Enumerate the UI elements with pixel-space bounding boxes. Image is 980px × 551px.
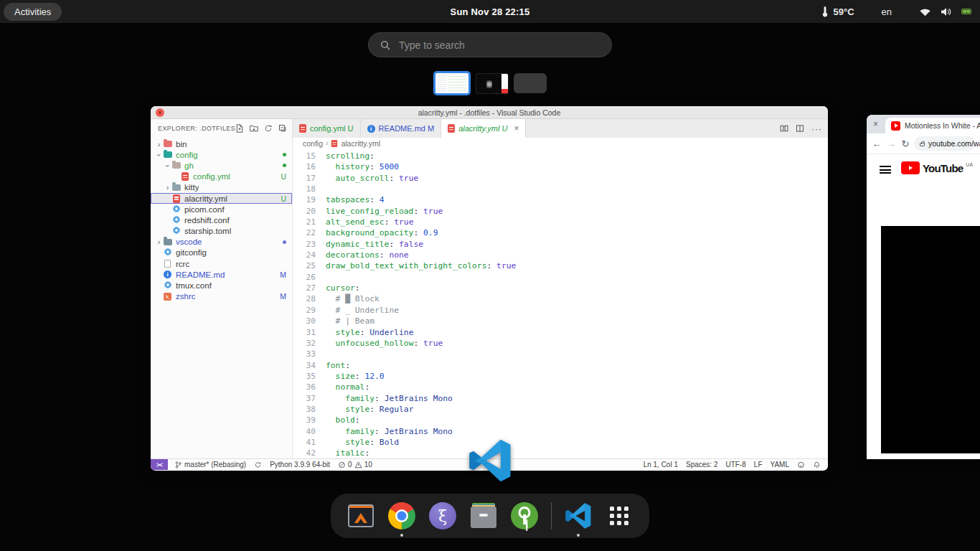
breadcrumb[interactable]: config › alacritty.yml [293, 138, 828, 149]
workspace-thumbnail-1[interactable] [433, 71, 471, 95]
tree-item-zshrc[interactable]: zshrcM [151, 291, 292, 302]
chevron-icon[interactable]: › [164, 161, 172, 169]
back-button[interactable]: ← [871, 138, 882, 149]
tree-item-config[interactable]: ›config [151, 149, 292, 160]
status-text: Python 3.9.9 64-bit [270, 461, 330, 468]
dock-item-appgrid[interactable] [605, 501, 633, 530]
tree-item-tmux.conf[interactable]: tmux.conf [151, 280, 292, 291]
status-item[interactable]: LF [754, 461, 763, 468]
status-item[interactable] [254, 461, 262, 468]
explorer-header: EXPLORER: .DOTFILES [158, 125, 235, 132]
workspace-thumbnail-new[interactable] [514, 73, 547, 93]
status-item[interactable]: YAML [771, 461, 790, 468]
vscode-window[interactable]: × alacritty.yml - .dotfiles - Visual Stu… [151, 106, 828, 471]
status-item[interactable]: 010 [338, 461, 372, 468]
status-text: master* (Rebasing) [184, 461, 246, 468]
collapse-icon[interactable] [278, 124, 288, 133]
tree-item-rcrc[interactable]: rcrc [151, 258, 292, 269]
tab-README.md[interactable]: README.md M [361, 119, 442, 138]
status-item[interactable]: UTF-8 [725, 461, 745, 468]
refresh-icon[interactable] [264, 124, 273, 133]
tree-item-kitty[interactable]: ›kitty [151, 182, 292, 193]
dock-item-alacritty[interactable] [347, 501, 375, 530]
search-bar[interactable]: Type to search [368, 32, 612, 57]
reload-button[interactable]: ↻ [900, 138, 911, 149]
code-editor[interactable]: 15scrolling:16 history: 500017 auto_scro… [293, 149, 828, 458]
tree-item-picom.conf[interactable]: picom.conf [151, 204, 292, 215]
chevron-icon[interactable]: › [155, 140, 163, 149]
tree-item-alacritty.yml[interactable]: alacritty.ymlU [151, 193, 292, 204]
video-player[interactable] [881, 226, 980, 453]
status-item[interactable] [797, 461, 805, 468]
tree-item-label: alacritty.yml [184, 194, 227, 203]
code-text: history: 5000 [326, 161, 399, 172]
breadcrumb-folder[interactable]: config [303, 139, 323, 148]
tree-item-bin[interactable]: ›bin [151, 138, 292, 149]
chrome-icon [388, 502, 415, 529]
hamburger-menu-icon[interactable] [880, 166, 891, 174]
status-item[interactable]: Spaces: 2 [686, 461, 717, 468]
code-text: bold: [326, 415, 360, 425]
tree-item-vscode[interactable]: ›vscode [151, 237, 292, 248]
code-text: tabspaces: 4 [326, 194, 385, 205]
system-tray[interactable]: 59°C en [821, 6, 971, 17]
youtube-logo[interactable]: YouTube UA [901, 161, 973, 174]
tree-item-icon-wrap [163, 141, 172, 147]
folder-icon [164, 239, 172, 245]
code-text: normal: [326, 382, 369, 392]
chevron-icon[interactable]: › [155, 237, 163, 246]
code-text: decorations: none [326, 250, 409, 260]
remote-indicator[interactable]: >< [151, 459, 168, 470]
dock-item-files[interactable] [469, 501, 498, 530]
code-text: cursor: [326, 283, 360, 293]
line-number: 37 [293, 393, 326, 404]
status-item[interactable] [813, 461, 821, 468]
url-text: youtube.com/wa [928, 139, 980, 148]
dock-item-vscode[interactable] [564, 501, 593, 530]
tree-item-README.md[interactable]: README.mdM [151, 269, 292, 280]
tree-item-gh[interactable]: ›gh [151, 160, 292, 171]
address-bar[interactable]: youtube.com/wa [914, 136, 976, 151]
tree-item-label: rcrc [176, 260, 189, 268]
tree-item-icon-wrap [171, 215, 181, 225]
more-icon[interactable]: ··· [811, 124, 821, 133]
tree-item-icon-wrap [163, 239, 172, 245]
tab-close-icon[interactable]: × [514, 123, 519, 133]
status-item[interactable]: Ln 1, Col 1 [644, 461, 678, 468]
status-item[interactable]: master* (Rebasing) [174, 461, 246, 468]
code-line: 25draw_bold_text_with_bright_colors: tru… [293, 260, 828, 271]
newfolder-icon[interactable] [250, 124, 259, 133]
tab-config.yml[interactable]: config.yml U [293, 119, 361, 138]
code-line: 40 family: JetBrains Mono [293, 426, 828, 437]
openchanges-icon[interactable] [780, 124, 789, 133]
code-line: 18 [293, 184, 828, 194]
workspace-thumbnail-2[interactable] [476, 73, 509, 94]
keyboard-layout[interactable]: en [882, 6, 892, 17]
tree-item-config.yml[interactable]: config.ymlU [151, 171, 292, 182]
chevron-icon[interactable]: › [164, 183, 171, 192]
activities-button[interactable]: Activities [4, 3, 62, 21]
status-item[interactable]: Python 3.9.9 64-bit [270, 461, 330, 468]
chrome-tab[interactable]: Motionless In White - A [885, 118, 980, 133]
split-icon[interactable] [796, 124, 805, 133]
chrome-window[interactable]: × Motionless In White - A ← → ↻ youtube.… [867, 115, 980, 459]
tab-alacritty.yml[interactable]: alacritty.yml U× [441, 119, 526, 138]
forward-button[interactable]: → [885, 138, 897, 149]
tree-item-redshift.conf[interactable]: redshift.conf [151, 215, 292, 225]
clock[interactable]: Sun Nov 28 22:15 [451, 6, 530, 17]
chevron-icon[interactable]: › [155, 151, 164, 159]
tree-item-starship.toml[interactable]: starship.toml [151, 226, 292, 237]
dock-item-passwords[interactable] [510, 501, 539, 530]
dock-item-chrome[interactable] [387, 501, 416, 530]
vscode-app-icon[interactable] [468, 438, 512, 483]
tree-item-gitconfig[interactable]: gitconfig [151, 248, 292, 258]
tab-close-icon[interactable]: × [873, 119, 878, 129]
editor-actions: ··· [780, 119, 828, 138]
vscode-app-icon[interactable] [565, 502, 592, 529]
bell-icon [813, 461, 821, 468]
code-line: 23dynamic_title: false [293, 239, 828, 250]
newfile-icon[interactable] [235, 124, 245, 133]
breadcrumb-file[interactable]: alacritty.yml [341, 139, 380, 148]
window-close-button[interactable]: × [156, 108, 164, 117]
dock-item-emacs[interactable]: ξ [428, 501, 457, 530]
